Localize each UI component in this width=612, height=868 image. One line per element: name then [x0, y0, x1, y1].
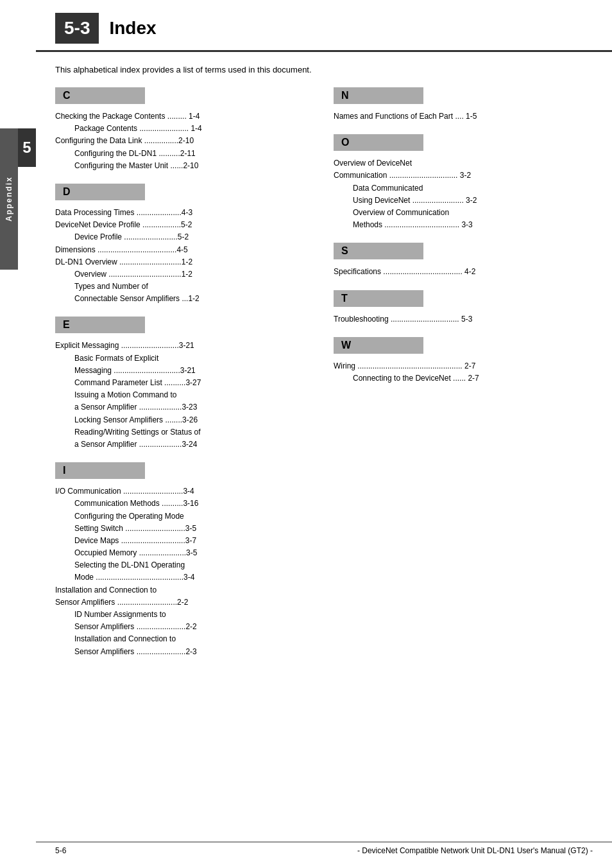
entry-device-maps: Device Maps ............................… — [55, 535, 314, 547]
entry-reading-writing: Reading/Writing Settings or Status of — [55, 426, 314, 438]
chapter-number: 5 — [18, 128, 36, 167]
entry-install-conn: Installation and Connection to — [55, 584, 314, 596]
entry-connectable: Connectable Sensor Amplifiers ...1-2 — [55, 293, 314, 305]
section-i: I I/O Communication ....................… — [55, 462, 314, 658]
entry-dimensions: Dimensions .............................… — [55, 244, 314, 256]
entry-mode: Mode ...................................… — [55, 571, 314, 584]
entry-specifications: Specifications .........................… — [334, 266, 593, 278]
entry-device-profile: Device Profile .........................… — [55, 231, 314, 243]
page-header: 5-3 Index — [36, 0, 612, 52]
entry-locking: Locking Sensor Amplifiers ........3-26 — [55, 414, 314, 426]
entry-issuing: Issuing a Motion Command to — [55, 389, 314, 401]
entry-dl-dn1: DL-DN1 Overview ........................… — [55, 256, 314, 268]
right-column: N Names and Functions of Each Part .... … — [334, 87, 593, 670]
section-e-header: E — [55, 317, 145, 333]
page-title: Index — [109, 18, 156, 39]
entry-package: Package Contents .......................… — [55, 123, 314, 135]
entry-command-param: Command Parameter List ..........3-27 — [55, 377, 314, 389]
section-s: S Specifications .......................… — [334, 243, 593, 278]
entry-data-comm: Data Communicated — [334, 182, 593, 195]
section-n: N Names and Functions of Each Part .... … — [334, 87, 593, 123]
entry-sensor-amps-23: Sensor Amplifiers ......................… — [55, 646, 314, 658]
entry-devicenet-profile: DeviceNet Device Profile ...............… — [55, 219, 314, 231]
intro-text: This alphabetical index provides a list … — [55, 65, 593, 74]
entry-setting-switch: Setting Switch .........................… — [55, 523, 314, 535]
section-w: W Wiring ...............................… — [334, 337, 593, 385]
section-t: T Troubleshooting ......................… — [334, 290, 593, 326]
entry-overview-dn: Overview of DeviceNet — [334, 157, 593, 169]
main-content: This alphabetical index provides a list … — [36, 52, 612, 682]
entry-connecting-dn: Connecting to the DeviceNet ...... 2-7 — [334, 372, 593, 385]
section-s-header: S — [334, 243, 423, 259]
entry-methods-33: Methods ................................… — [334, 219, 593, 231]
entry-sensor-amp-24: a Sensor Amplifier ....................3… — [55, 438, 314, 451]
section-c: C Checking the Package Contents ........… — [55, 87, 314, 172]
section-number: 5-3 — [55, 13, 99, 44]
entry-config-master: Configuring the Master Unit ......2-10 — [55, 160, 314, 172]
section-i-header: I — [55, 462, 145, 479]
entry-types: Types and Number of — [55, 281, 314, 293]
section-c-header: C — [55, 87, 145, 104]
entry-comm-32: Communication ..........................… — [334, 169, 593, 182]
section-e: E Explicit Messaging ...................… — [55, 317, 314, 451]
appendix-label: Appendix — [0, 128, 18, 270]
section-o-header: O — [334, 134, 423, 151]
entry-troubleshooting: Troubleshooting ........................… — [334, 313, 593, 326]
index-columns: C Checking the Package Contents ........… — [55, 87, 593, 670]
entry-sensor-amp-23: a Sensor Amplifier ....................3… — [55, 401, 314, 413]
entry-messaging: Messaging ..............................… — [55, 365, 314, 377]
left-column: C Checking the Package Contents ........… — [55, 87, 314, 670]
sidebar-text: Appendix — [4, 177, 13, 222]
entry-names-functions: Names and Functions of Each Part .... 1-… — [334, 110, 593, 123]
entry-id-assign: ID Number Assignments to — [55, 609, 314, 621]
section-t-header: T — [334, 290, 423, 307]
entry-selecting-dl: Selecting the DL-DN1 Operating — [55, 559, 314, 571]
entry-wiring: Wiring .................................… — [334, 360, 593, 372]
entry-explicit: Explicit Messaging .....................… — [55, 340, 314, 352]
entry-checking: Checking the Package Contents ......... … — [55, 110, 314, 123]
section-d-header: D — [55, 184, 145, 200]
entry-io-comm: I/O Communication ......................… — [55, 485, 314, 498]
entry-sensor-amps-id: Sensor Amplifiers ......................… — [55, 621, 314, 633]
entry-overview-comm: Overview of Communication — [334, 207, 593, 219]
entry-basic-formats-label: Basic Formats of Explicit — [55, 352, 314, 365]
entry-install-conn2: Installation and Connection to — [55, 633, 314, 645]
entry-data-proc: Data Processing Times ..................… — [55, 207, 314, 219]
entry-config-dl: Configuring the DL-DN1 ..........2-11 — [55, 148, 314, 160]
entry-using-dn: Using DeviceNet ........................… — [334, 195, 593, 207]
section-w-header: W — [334, 337, 423, 354]
entry-occupied-memory: Occupied Memory ......................3-… — [55, 547, 314, 559]
entry-config-op-mode: Configuring the Operating Mode — [55, 510, 314, 523]
section-d: D Data Processing Times ................… — [55, 184, 314, 306]
entry-config-data: Configuring the Data Link ..............… — [55, 135, 314, 147]
page-footer: 5-6 - DeviceNet Compatible Network Unit … — [36, 842, 612, 855]
entry-overview: Overview ...............................… — [55, 268, 314, 281]
section-n-header: N — [334, 87, 423, 104]
entry-sensor-amps-22: Sensor Amplifiers ......................… — [55, 596, 314, 609]
section-o: O Overview of DeviceNet Communication ..… — [334, 134, 593, 231]
entry-comm-methods: Communication Methods ..........3-16 — [55, 498, 314, 510]
footer-page: 5-6 — [55, 846, 66, 855]
footer-title: - DeviceNet Compatible Network Unit DL-D… — [357, 846, 593, 855]
